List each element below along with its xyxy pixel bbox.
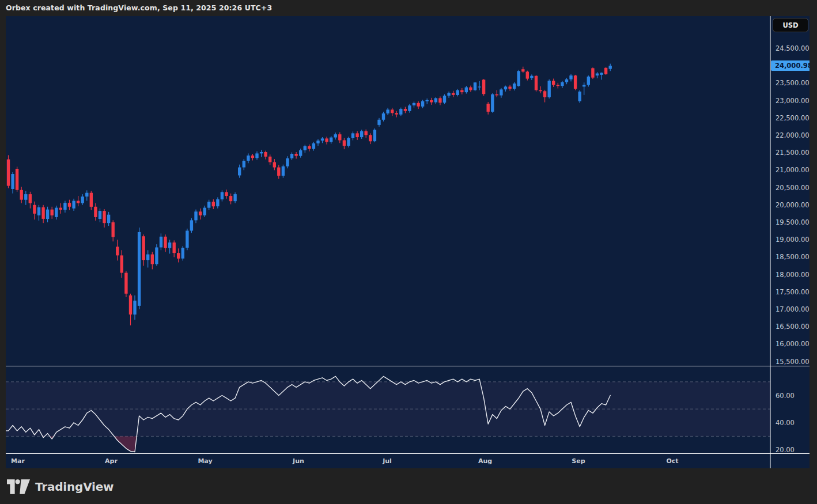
candle xyxy=(469,86,472,92)
candle xyxy=(609,64,612,71)
candle xyxy=(216,198,219,209)
candle xyxy=(286,156,289,168)
candle xyxy=(164,234,167,252)
candle xyxy=(251,154,254,161)
candle xyxy=(500,88,502,98)
candle xyxy=(447,92,450,98)
candle xyxy=(120,250,123,278)
candle xyxy=(243,159,245,170)
candle xyxy=(238,165,241,178)
candle xyxy=(321,137,324,143)
candle xyxy=(347,137,350,147)
candle xyxy=(600,73,603,80)
candle xyxy=(552,79,555,88)
x-axis-label-sep: Sep xyxy=(572,457,585,465)
candle xyxy=(116,240,119,260)
candle xyxy=(221,190,224,201)
candle xyxy=(604,67,607,75)
candle xyxy=(103,209,105,228)
candle xyxy=(308,145,311,151)
candle xyxy=(478,81,481,90)
candle xyxy=(203,206,206,217)
candle xyxy=(255,151,258,160)
candle xyxy=(526,71,529,81)
candle xyxy=(430,98,433,105)
candle xyxy=(330,136,332,143)
candle xyxy=(334,132,337,139)
candle xyxy=(438,96,441,105)
candle xyxy=(24,191,27,205)
candle xyxy=(129,294,132,325)
candle xyxy=(557,83,559,89)
tradingview-logo[interactable]: TradingView xyxy=(7,476,114,498)
candle xyxy=(360,130,363,139)
tradingview-logo-text: TradingView xyxy=(35,480,114,494)
candle xyxy=(151,252,154,269)
candle xyxy=(112,220,115,241)
candle xyxy=(460,88,463,94)
candle xyxy=(456,89,459,97)
candle xyxy=(181,246,184,260)
candle xyxy=(548,79,551,98)
candle xyxy=(77,196,80,206)
candle xyxy=(365,130,368,138)
candle xyxy=(99,209,101,222)
candle xyxy=(282,165,285,178)
candle xyxy=(504,86,507,92)
candle xyxy=(355,131,358,140)
candle xyxy=(190,218,193,233)
candle xyxy=(72,199,75,211)
candle xyxy=(294,152,297,159)
candle xyxy=(68,200,71,210)
candle xyxy=(391,108,394,116)
candle xyxy=(569,74,572,82)
candle xyxy=(186,229,188,250)
candle xyxy=(535,75,538,92)
x-axis-label-jun: Jun xyxy=(293,457,304,465)
candle xyxy=(382,112,385,122)
candle xyxy=(247,153,249,163)
candle xyxy=(194,210,197,223)
candle xyxy=(81,194,84,205)
candle xyxy=(11,172,14,194)
candle xyxy=(404,107,407,113)
candle xyxy=(138,228,141,309)
x-axis-label-oct: Oct xyxy=(666,457,678,465)
currency-button[interactable]: USD xyxy=(773,18,808,32)
candle xyxy=(338,132,341,143)
tradingview-logo-icon xyxy=(7,479,30,494)
candle xyxy=(316,139,319,146)
candle xyxy=(146,250,149,267)
candle xyxy=(351,131,354,140)
candle xyxy=(434,97,437,104)
candle xyxy=(482,79,485,96)
candle xyxy=(386,108,389,115)
candle xyxy=(395,111,398,118)
candle xyxy=(521,67,524,73)
candle xyxy=(561,81,563,88)
candle xyxy=(59,203,62,214)
candle xyxy=(417,101,419,109)
candle xyxy=(377,118,380,127)
candle xyxy=(325,137,328,144)
candle xyxy=(46,207,49,222)
candle xyxy=(41,205,44,223)
candle xyxy=(373,128,376,142)
candle xyxy=(578,90,581,103)
page-root: { "page": { "title": "Orbex created with… xyxy=(0,0,817,504)
candle xyxy=(413,101,415,107)
chart-panel: 24,500.0024,000.0023,500.0023,000.0022,5… xyxy=(6,16,810,468)
candle xyxy=(155,244,158,266)
candle xyxy=(452,91,455,97)
candle xyxy=(20,187,23,203)
candle xyxy=(207,200,210,210)
chart-canvas[interactable] xyxy=(6,16,810,468)
candle xyxy=(299,149,302,158)
candle xyxy=(264,151,267,160)
candle xyxy=(408,104,411,113)
candle xyxy=(277,165,280,179)
candle xyxy=(312,142,315,151)
candle xyxy=(225,190,228,199)
candle xyxy=(268,154,271,165)
candle xyxy=(229,194,232,204)
